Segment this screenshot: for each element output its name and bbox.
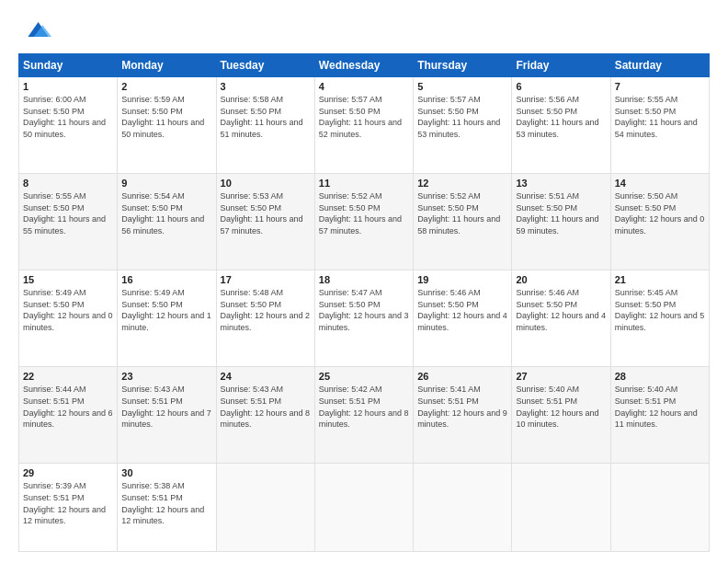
calendar-cell: 29Sunrise: 5:39 AMSunset: 5:51 PMDayligh…	[19, 464, 118, 552]
day-info: Sunrise: 6:00 AMSunset: 5:50 PMDaylight:…	[23, 94, 113, 140]
calendar-cell: 12Sunrise: 5:52 AMSunset: 5:50 PMDayligh…	[414, 174, 512, 270]
day-info: Sunrise: 5:56 AMSunset: 5:50 PMDaylight:…	[516, 94, 606, 140]
column-header-sunday: Sunday	[19, 54, 118, 77]
calendar-cell: 5Sunrise: 5:57 AMSunset: 5:50 PMDaylight…	[414, 77, 512, 174]
calendar-cell: 28Sunrise: 5:40 AMSunset: 5:51 PMDayligh…	[610, 367, 709, 464]
calendar-cell: 22Sunrise: 5:44 AMSunset: 5:51 PMDayligh…	[19, 367, 118, 464]
calendar-cell: 7Sunrise: 5:55 AMSunset: 5:50 PMDaylight…	[610, 77, 709, 174]
day-number: 12	[417, 178, 507, 189]
calendar-cell: 19Sunrise: 5:46 AMSunset: 5:50 PMDayligh…	[414, 270, 512, 367]
day-info: Sunrise: 5:50 AMSunset: 5:50 PMDaylight:…	[615, 190, 705, 236]
calendar-cell: 26Sunrise: 5:41 AMSunset: 5:51 PMDayligh…	[414, 367, 512, 464]
day-number: 5	[417, 81, 507, 92]
calendar-week-row: 22Sunrise: 5:44 AMSunset: 5:51 PMDayligh…	[19, 367, 710, 464]
calendar-table: SundayMondayTuesdayWednesdayThursdayFrid…	[18, 53, 710, 552]
day-number: 4	[319, 81, 409, 92]
calendar-cell	[414, 464, 512, 552]
calendar-cell: 20Sunrise: 5:46 AMSunset: 5:50 PMDayligh…	[512, 270, 610, 367]
day-info: Sunrise: 5:42 AMSunset: 5:51 PMDaylight:…	[319, 384, 409, 430]
calendar-page: SundayMondayTuesdayWednesdayThursdayFrid…	[0, 0, 728, 563]
column-header-friday: Friday	[512, 54, 610, 77]
day-info: Sunrise: 5:53 AMSunset: 5:50 PMDaylight:…	[221, 190, 311, 236]
day-info: Sunrise: 5:52 AMSunset: 5:50 PMDaylight:…	[417, 190, 507, 236]
column-header-thursday: Thursday	[414, 54, 512, 77]
calendar-cell	[512, 464, 610, 552]
calendar-header-row: SundayMondayTuesdayWednesdayThursdayFrid…	[19, 54, 710, 77]
day-info: Sunrise: 5:52 AMSunset: 5:50 PMDaylight:…	[319, 190, 409, 236]
day-number: 10	[221, 178, 311, 189]
day-number: 14	[615, 178, 705, 189]
day-info: Sunrise: 5:46 AMSunset: 5:50 PMDaylight:…	[516, 287, 606, 333]
day-info: Sunrise: 5:57 AMSunset: 5:50 PMDaylight:…	[417, 94, 507, 140]
day-number: 26	[417, 371, 507, 382]
day-info: Sunrise: 5:54 AMSunset: 5:50 PMDaylight:…	[121, 190, 211, 236]
day-number: 19	[417, 274, 507, 285]
day-number: 22	[23, 371, 113, 382]
day-info: Sunrise: 5:40 AMSunset: 5:51 PMDaylight:…	[516, 384, 606, 430]
day-info: Sunrise: 5:46 AMSunset: 5:50 PMDaylight:…	[417, 287, 507, 333]
day-number: 3	[221, 81, 311, 92]
calendar-cell	[314, 464, 413, 552]
day-info: Sunrise: 5:55 AMSunset: 5:50 PMDaylight:…	[23, 190, 113, 236]
day-info: Sunrise: 5:59 AMSunset: 5:50 PMDaylight:…	[121, 94, 211, 140]
day-info: Sunrise: 5:43 AMSunset: 5:51 PMDaylight:…	[221, 384, 311, 430]
day-number: 18	[319, 274, 409, 285]
calendar-cell: 30Sunrise: 5:38 AMSunset: 5:51 PMDayligh…	[118, 464, 216, 552]
day-number: 28	[615, 371, 705, 382]
column-header-monday: Monday	[118, 54, 216, 77]
day-info: Sunrise: 5:47 AMSunset: 5:50 PMDaylight:…	[319, 287, 409, 333]
day-info: Sunrise: 5:49 AMSunset: 5:50 PMDaylight:…	[23, 287, 113, 333]
calendar-cell: 14Sunrise: 5:50 AMSunset: 5:50 PMDayligh…	[610, 174, 709, 270]
day-number: 7	[615, 81, 705, 92]
calendar-week-row: 1Sunrise: 6:00 AMSunset: 5:50 PMDaylight…	[19, 77, 710, 174]
day-info: Sunrise: 5:51 AMSunset: 5:50 PMDaylight:…	[516, 190, 606, 236]
calendar-cell: 17Sunrise: 5:48 AMSunset: 5:50 PMDayligh…	[216, 270, 314, 367]
day-info: Sunrise: 5:48 AMSunset: 5:50 PMDaylight:…	[221, 287, 311, 333]
calendar-cell	[610, 464, 709, 552]
calendar-cell	[216, 464, 314, 552]
day-number: 16	[121, 274, 211, 285]
calendar-cell: 24Sunrise: 5:43 AMSunset: 5:51 PMDayligh…	[216, 367, 314, 464]
day-number: 1	[23, 81, 113, 92]
calendar-cell: 3Sunrise: 5:58 AMSunset: 5:50 PMDaylight…	[216, 77, 314, 174]
day-number: 27	[516, 371, 606, 382]
day-info: Sunrise: 5:40 AMSunset: 5:51 PMDaylight:…	[615, 384, 705, 430]
calendar-cell: 10Sunrise: 5:53 AMSunset: 5:50 PMDayligh…	[216, 174, 314, 270]
day-info: Sunrise: 5:49 AMSunset: 5:50 PMDaylight:…	[121, 287, 211, 333]
calendar-cell: 16Sunrise: 5:49 AMSunset: 5:50 PMDayligh…	[118, 270, 216, 367]
calendar-cell: 2Sunrise: 5:59 AMSunset: 5:50 PMDaylight…	[118, 77, 216, 174]
calendar-cell: 8Sunrise: 5:55 AMSunset: 5:50 PMDaylight…	[19, 174, 118, 270]
calendar-cell: 25Sunrise: 5:42 AMSunset: 5:51 PMDayligh…	[314, 367, 413, 464]
day-info: Sunrise: 5:57 AMSunset: 5:50 PMDaylight:…	[319, 94, 409, 140]
day-number: 24	[221, 371, 311, 382]
calendar-cell: 18Sunrise: 5:47 AMSunset: 5:50 PMDayligh…	[314, 270, 413, 367]
calendar-cell: 15Sunrise: 5:49 AMSunset: 5:50 PMDayligh…	[19, 270, 118, 367]
day-info: Sunrise: 5:38 AMSunset: 5:51 PMDaylight:…	[121, 480, 211, 526]
day-number: 8	[23, 178, 113, 189]
day-info: Sunrise: 5:41 AMSunset: 5:51 PMDaylight:…	[417, 384, 507, 430]
day-number: 11	[319, 178, 409, 189]
calendar-week-row: 15Sunrise: 5:49 AMSunset: 5:50 PMDayligh…	[19, 270, 710, 367]
calendar-cell: 6Sunrise: 5:56 AMSunset: 5:50 PMDaylight…	[512, 77, 610, 174]
day-number: 20	[516, 274, 606, 285]
day-number: 25	[319, 371, 409, 382]
day-info: Sunrise: 5:58 AMSunset: 5:50 PMDaylight:…	[221, 94, 311, 140]
day-info: Sunrise: 5:39 AMSunset: 5:51 PMDaylight:…	[23, 480, 113, 526]
day-info: Sunrise: 5:45 AMSunset: 5:50 PMDaylight:…	[615, 287, 705, 333]
calendar-week-row: 8Sunrise: 5:55 AMSunset: 5:50 PMDaylight…	[19, 174, 710, 270]
day-number: 9	[121, 178, 211, 189]
calendar-cell: 13Sunrise: 5:51 AMSunset: 5:50 PMDayligh…	[512, 174, 610, 270]
column-header-saturday: Saturday	[610, 54, 709, 77]
logo-icon	[22, 15, 51, 44]
calendar-cell: 23Sunrise: 5:43 AMSunset: 5:51 PMDayligh…	[118, 367, 216, 464]
calendar-week-row: 29Sunrise: 5:39 AMSunset: 5:51 PMDayligh…	[19, 464, 710, 552]
day-info: Sunrise: 5:55 AMSunset: 5:50 PMDaylight:…	[615, 94, 705, 140]
day-number: 17	[221, 274, 311, 285]
day-number: 2	[121, 81, 211, 92]
calendar-cell: 27Sunrise: 5:40 AMSunset: 5:51 PMDayligh…	[512, 367, 610, 464]
column-header-wednesday: Wednesday	[314, 54, 413, 77]
day-number: 13	[516, 178, 606, 189]
calendar-cell: 1Sunrise: 6:00 AMSunset: 5:50 PMDaylight…	[19, 77, 118, 174]
day-number: 29	[23, 467, 113, 478]
day-number: 30	[121, 467, 211, 478]
